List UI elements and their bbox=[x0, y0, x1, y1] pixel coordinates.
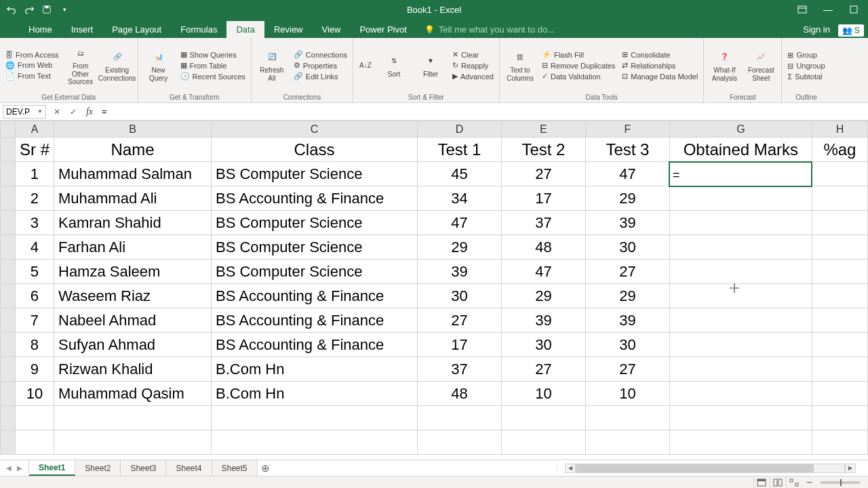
cell[interactable]: 47 bbox=[501, 260, 585, 284]
page-break-view-button[interactable] bbox=[786, 477, 802, 488]
cell[interactable]: 39 bbox=[585, 211, 669, 235]
row-header[interactable] bbox=[1, 430, 16, 455]
cell[interactable] bbox=[501, 430, 585, 455]
cell[interactable]: 47 bbox=[417, 211, 501, 235]
cell[interactable] bbox=[812, 308, 867, 333]
cell[interactable]: BS Accounting & Finance bbox=[211, 333, 417, 357]
cell[interactable]: B.Com Hn bbox=[211, 357, 417, 382]
header-cell[interactable]: Test 2 bbox=[501, 138, 585, 162]
zoom-slider[interactable] bbox=[821, 481, 860, 484]
tab-power-pivot[interactable]: Power Pivot bbox=[350, 21, 416, 38]
header-cell[interactable]: %ag bbox=[812, 138, 867, 162]
cell[interactable]: 9 bbox=[15, 357, 54, 382]
from-text-button[interactable]: 📄From Text bbox=[4, 71, 60, 81]
horizontal-scrollbar[interactable]: ⋮ ◀ ▶ bbox=[549, 460, 868, 476]
from-other-sources-button[interactable]: 🗂From Other Sources bbox=[64, 45, 97, 86]
cell[interactable] bbox=[812, 211, 867, 235]
row-header[interactable] bbox=[1, 333, 16, 357]
header-cell[interactable]: Class bbox=[211, 138, 417, 162]
save-icon[interactable] bbox=[42, 5, 52, 14]
row-header[interactable] bbox=[1, 357, 16, 382]
sort-az-button[interactable]: A↓Z bbox=[357, 62, 374, 70]
cell[interactable]: 39 bbox=[417, 260, 501, 284]
redo-icon[interactable] bbox=[24, 5, 34, 14]
cell[interactable]: BS Computer Science bbox=[211, 235, 417, 260]
cell[interactable]: 39 bbox=[585, 308, 669, 333]
cell[interactable] bbox=[669, 430, 812, 455]
cell[interactable]: 48 bbox=[417, 382, 501, 406]
insert-function-button[interactable]: fx bbox=[81, 105, 98, 119]
cell[interactable] bbox=[669, 357, 812, 382]
cell[interactable] bbox=[812, 333, 867, 357]
from-web-button[interactable]: 🌐From Web bbox=[4, 60, 60, 70]
manage-data-model-button[interactable]: ⊡Manage Data Model bbox=[620, 71, 699, 81]
cell[interactable]: B.Com Hn bbox=[211, 382, 417, 406]
cell[interactable]: 27 bbox=[417, 308, 501, 333]
sheet-tab-sheet4[interactable]: Sheet4 bbox=[166, 460, 212, 476]
column-header-G[interactable]: G bbox=[669, 121, 812, 138]
cell[interactable] bbox=[585, 430, 669, 455]
cell[interactable]: Muhammad Qasim bbox=[54, 382, 212, 406]
cell[interactable] bbox=[669, 260, 812, 284]
cell[interactable]: Farhan Ali bbox=[54, 235, 212, 260]
from-table-button[interactable]: ▦From Table bbox=[179, 60, 247, 70]
cell[interactable]: BS Accounting & Finance bbox=[211, 284, 417, 308]
cell[interactable]: 47 bbox=[585, 162, 669, 186]
cell[interactable] bbox=[669, 186, 812, 211]
tab-formulas[interactable]: Formulas bbox=[171, 21, 226, 38]
sheet-tab-sheet3[interactable]: Sheet3 bbox=[121, 460, 166, 476]
select-all-cell[interactable] bbox=[1, 121, 16, 138]
cell[interactable] bbox=[669, 211, 812, 235]
qat-customize-icon[interactable]: ▾ bbox=[60, 5, 69, 14]
column-header-A[interactable]: A bbox=[15, 121, 54, 138]
text-to-columns-button[interactable]: ▥Text to Columns bbox=[504, 49, 536, 82]
column-header-D[interactable]: D bbox=[417, 121, 501, 138]
row-header[interactable] bbox=[1, 284, 16, 308]
cell[interactable] bbox=[211, 430, 417, 455]
cell[interactable]: BS Computer Science bbox=[211, 162, 417, 186]
tab-page-layout[interactable]: Page Layout bbox=[102, 21, 171, 38]
normal-view-button[interactable] bbox=[753, 477, 770, 488]
ribbon-display-icon[interactable] bbox=[791, 1, 814, 18]
sheet-nav-next[interactable]: ▶ bbox=[15, 464, 24, 472]
undo-icon[interactable] bbox=[7, 5, 16, 14]
refresh-all-button[interactable]: 🔄Refresh All bbox=[256, 49, 288, 82]
cell[interactable]: 10 bbox=[585, 382, 669, 406]
subtotal-button[interactable]: ΣSubtotal bbox=[786, 72, 826, 81]
cell[interactable] bbox=[669, 406, 812, 430]
cell[interactable]: 37 bbox=[501, 211, 585, 235]
cell[interactable]: Waseem Riaz bbox=[54, 284, 212, 308]
row-header[interactable] bbox=[1, 138, 16, 162]
column-header-F[interactable]: F bbox=[585, 121, 669, 138]
cell[interactable]: 37 bbox=[417, 357, 501, 382]
cell[interactable] bbox=[211, 406, 417, 430]
cell[interactable]: Muhammad Salman bbox=[54, 162, 212, 186]
existing-connections-button[interactable]: 🔗Existing Connections bbox=[101, 49, 134, 82]
chevron-down-icon[interactable]: ▼ bbox=[37, 108, 43, 115]
cell[interactable]: 45 bbox=[417, 162, 501, 186]
page-layout-view-button[interactable] bbox=[770, 477, 786, 488]
cell[interactable]: Kamran Shahid bbox=[54, 211, 212, 235]
cell[interactable]: 29 bbox=[417, 235, 501, 260]
active-cell[interactable]: = bbox=[669, 162, 812, 186]
cell[interactable]: 5 bbox=[15, 260, 54, 284]
cell[interactable] bbox=[812, 284, 867, 308]
cell[interactable]: 30 bbox=[417, 284, 501, 308]
sort-button[interactable]: ⇅Sort bbox=[378, 53, 410, 79]
cell[interactable]: 29 bbox=[585, 186, 669, 211]
row-header[interactable] bbox=[1, 260, 16, 284]
formula-input[interactable] bbox=[98, 105, 868, 119]
new-query-button[interactable]: 📊New Query bbox=[142, 49, 175, 82]
scroll-thumb[interactable] bbox=[576, 464, 814, 472]
cell[interactable]: BS Computer Science bbox=[211, 260, 417, 284]
cell[interactable]: Sufyan Ahmad bbox=[54, 333, 212, 357]
header-cell[interactable]: Name bbox=[54, 138, 212, 162]
reapply-button[interactable]: ↻Reapply bbox=[451, 60, 495, 70]
worksheet[interactable]: ABCDEFGHSr #NameClassTest 1Test 2Test 3O… bbox=[0, 121, 868, 455]
cell[interactable] bbox=[417, 430, 501, 455]
cell[interactable]: 8 bbox=[15, 333, 54, 357]
cell[interactable] bbox=[812, 406, 867, 430]
cell[interactable]: 7 bbox=[15, 308, 54, 333]
sheet-tab-sheet5[interactable]: Sheet5 bbox=[212, 460, 258, 476]
cell[interactable]: Muhammad Ali bbox=[54, 186, 212, 211]
